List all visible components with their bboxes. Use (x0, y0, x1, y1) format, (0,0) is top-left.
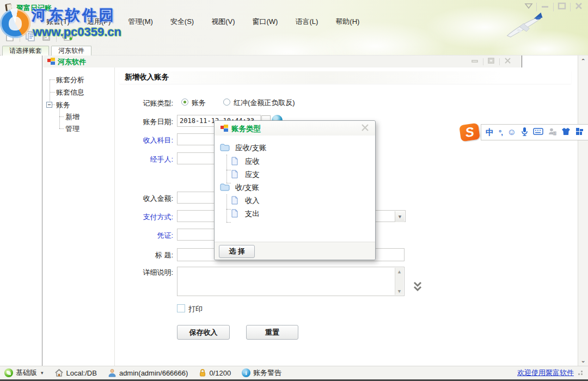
toolbar (4, 29, 74, 44)
tree-connector (226, 194, 227, 222)
dialog-close-icon[interactable] (360, 124, 370, 133)
menu-help[interactable]: 帮助(H) (333, 16, 362, 28)
skin-shirt-icon[interactable] (561, 127, 571, 137)
tree-item-account-analysis[interactable]: 账套分析 (56, 75, 84, 85)
menu-language[interactable]: 语言(L) (293, 16, 320, 28)
handler-label[interactable]: 经手人: (115, 155, 173, 164)
tree-item-add-new[interactable]: 新增 (65, 112, 79, 122)
menu-bar: 开始(B) 账套(T) 通用(P) 管理(M) 安全(S) 视图(V) 窗口(W… (3, 15, 362, 28)
print-icon[interactable] (61, 30, 74, 44)
account-type-dialog: 账务类型 应收/支账 应收 应支 收/支账 收入 (214, 120, 376, 260)
vertical-scrollbar[interactable]: ⌃ ⌄ (578, 56, 588, 366)
scroll-up-icon[interactable]: ⌃ (578, 56, 588, 66)
tree-item-manage[interactable]: 管理 (65, 124, 79, 134)
info-icon: i (242, 368, 250, 377)
dialog-tree-folder-income-expense[interactable]: 收/支账 (220, 183, 259, 193)
chevron-down-icon[interactable]: ▼ (395, 211, 405, 222)
close-button[interactable] (574, 2, 584, 11)
maximize-button[interactable] (557, 2, 567, 11)
menu-grid-icon[interactable] (575, 127, 584, 137)
document-icon (231, 209, 238, 218)
ime-punctuation-icon[interactable]: °, (499, 128, 503, 137)
expand-more-icon[interactable] (412, 281, 423, 294)
separator (553, 3, 554, 11)
dialog-tree-folder-receivable[interactable]: 应收/支账 (220, 143, 267, 153)
tree-connector (59, 108, 60, 128)
new-document-icon[interactable] (4, 30, 15, 44)
dialog-tree-item-income[interactable]: 收入 (231, 196, 260, 206)
child-close-button[interactable] (504, 57, 512, 66)
paste-icon[interactable] (41, 30, 52, 44)
tree-item-account-info[interactable]: 账套信息 (56, 88, 84, 97)
tree-connector (226, 170, 231, 170)
tab-hedong-software[interactable]: 河东软件 (51, 46, 91, 56)
menu-account-set[interactable]: 账套(T) (44, 16, 72, 28)
keyboard-icon[interactable] (533, 128, 543, 137)
voucher-label[interactable]: 凭证: (115, 231, 173, 241)
menu-window[interactable]: 窗口(W) (250, 16, 280, 28)
menu-general[interactable]: 通用(P) (85, 16, 113, 28)
edition-selector[interactable]: 基础版 ▾ (4, 368, 44, 378)
ime-chinese-mode-icon[interactable]: 中 (486, 127, 494, 138)
menu-manage[interactable]: 管理(M) (126, 16, 155, 28)
menu-view[interactable]: 视图(V) (209, 16, 237, 28)
quota-status: 0/1200 (199, 368, 231, 377)
collapse-expander-icon[interactable] (46, 102, 52, 108)
dialog-tree-item-expense[interactable]: 支出 (231, 209, 260, 219)
user-label: admin(admin/666666) (119, 369, 188, 377)
textarea-scrollbar[interactable]: ▲▼ (395, 268, 403, 295)
dialog-tree-item-receivable-in[interactable]: 应收 (231, 157, 260, 167)
user-tool-icon[interactable]: S (548, 127, 556, 137)
radio-red-reverse[interactable] (223, 99, 230, 106)
reset-button[interactable]: 重置 (246, 325, 298, 340)
title-bar: 聚富日记账 (0, 0, 588, 14)
microphone-icon[interactable] (521, 127, 528, 138)
separator (483, 58, 483, 65)
save-income-button[interactable]: 保存收入 (177, 325, 230, 340)
user-icon (108, 368, 117, 377)
menu-start[interactable]: 开始(B) (3, 16, 31, 28)
select-button[interactable]: 选 择 (219, 245, 255, 258)
tree-connector (50, 79, 55, 80)
tab-strip: 请选择账套 河东软件 (2, 46, 91, 56)
payment-label[interactable]: 支付方式: (115, 212, 173, 222)
sogou-logo-icon[interactable]: S (459, 123, 480, 142)
menu-security[interactable]: 安全(S) (168, 16, 196, 28)
separator (20, 31, 20, 42)
dialog-title-bar[interactable]: 账务类型 (215, 121, 375, 136)
print-checkbox[interactable] (177, 304, 185, 312)
child-minimize-button[interactable] (471, 57, 479, 66)
airplane-image (502, 11, 549, 42)
welcome-link[interactable]: 欢迎使用聚富软件 (517, 368, 574, 378)
scroll-down-icon[interactable]: ▼ (398, 288, 401, 294)
resize-grip[interactable] (578, 371, 583, 375)
dialog-tree-item-receivable-out[interactable]: 应支 (231, 170, 260, 180)
dialog-icon (220, 124, 229, 134)
pin-dropdown-icon[interactable] (524, 3, 533, 11)
emoji-icon[interactable]: ☺ (507, 128, 516, 137)
tree-connector (59, 116, 64, 117)
edition-icon (4, 368, 13, 377)
folder-icon (220, 183, 230, 191)
copy-icon[interactable] (24, 30, 36, 44)
tree-connector (226, 155, 227, 183)
tree-connector (226, 222, 231, 223)
radio-red-reverse-label[interactable]: 红冲(金额正负取反) (234, 98, 295, 108)
subwindow-header: 河东软件 (43, 56, 578, 67)
income-subject-label[interactable]: 收入科目: (115, 136, 173, 145)
tab-select-account-set[interactable]: 请选择账套 (2, 46, 49, 56)
scroll-down-icon[interactable]: ⌄ (578, 355, 588, 366)
print-label[interactable]: 打印 (188, 304, 203, 314)
dialog-title: 账务类型 (231, 124, 261, 134)
scroll-up-icon[interactable]: ▲ (398, 269, 401, 274)
detail-textarea[interactable]: ▲▼ (177, 267, 405, 296)
child-restore-button[interactable] (487, 57, 495, 66)
radio-normal[interactable] (181, 99, 188, 106)
warning-status[interactable]: i 账务警告 (242, 368, 281, 378)
edition-label: 基础版 (16, 368, 37, 378)
minimize-button[interactable] (540, 2, 550, 11)
tree-item-accounting[interactable]: 账务 (56, 100, 70, 110)
document-icon (231, 170, 238, 179)
radio-normal-label[interactable]: 账务 (192, 98, 206, 108)
tree-connector (226, 209, 231, 210)
